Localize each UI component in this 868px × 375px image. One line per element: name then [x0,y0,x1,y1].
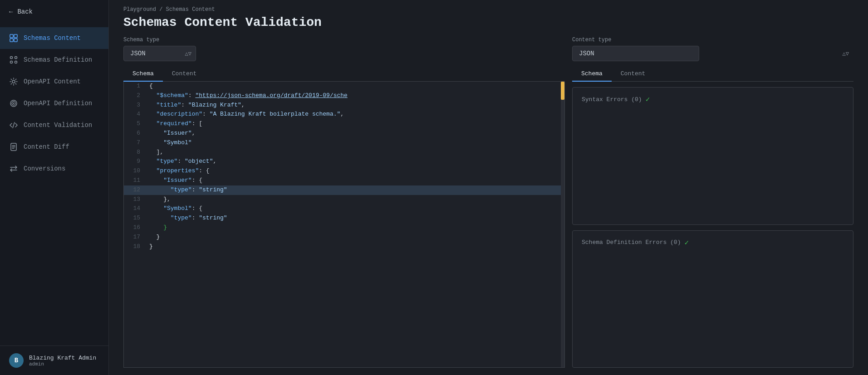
left-tabs: Schema Content [123,67,565,82]
svg-point-4 [10,57,13,59]
table-row: 2 "$schema": "https://json-schema.org/dr… [124,91,564,101]
tab-schema-left[interactable]: Schema [123,67,163,82]
schema-type-select[interactable]: JSON YAML [123,46,196,61]
table-row: 10 "properties": { [124,166,564,176]
target-icon [9,99,18,108]
schema-definition-errors-label: Schema Definition Errors (0) [582,239,681,246]
chevron-down-icon-2: △▽ [843,50,849,57]
svg-point-7 [15,61,17,63]
check-icon-syntax: ✓ [646,95,650,104]
svg-rect-1 [14,34,17,38]
sidebar-item-label: OpenAPI Definition [24,100,92,107]
content-type-select-wrapper: JSON YAML △▽ [572,46,853,61]
svg-rect-2 [10,39,13,42]
tab-content-right[interactable]: Content [612,67,655,82]
syntax-errors-panel: Syntax Errors (0) ✓ [572,87,853,225]
table-row: 13 }, [124,195,564,205]
tab-schema-right[interactable]: Schema [572,67,612,82]
right-tabs: Schema Content [572,67,853,82]
gear-icon [9,77,18,86]
svg-rect-0 [10,34,13,38]
avatar: B [9,353,24,368]
page-title: Schemas Content Validation [123,15,853,29]
table-row: 8 ], [124,148,564,157]
tab-content-left[interactable]: Content [163,67,206,82]
main-content: Playground / Schemas Content Schemas Con… [109,0,868,375]
table-row: 14 "Symbol": { [124,204,564,214]
user-profile: B Blazing Kraft Admin admin [0,346,108,375]
controls-row: Schema type JSON YAML △▽ Content type JS… [109,37,868,67]
sidebar-item-label: Content Validation [24,122,92,129]
table-row: 9 "type": "object", [124,157,564,166]
code-icon [9,121,18,130]
table-row: 3 "title": "Blazing Kraft", [124,101,564,110]
sidebar-item-label: Schemas Definition [24,56,92,63]
content-type-label: Content type [572,37,853,43]
sidebar-item-label: Conversions [24,165,65,172]
schema-definition-errors-title: Schema Definition Errors (0) ✓ [582,238,844,247]
table-row: 12 "type": "string" [124,185,564,195]
svg-rect-3 [14,39,17,42]
svg-line-12 [13,122,15,128]
scroll-indicator [561,82,564,367]
header: Playground / Schemas Content Schemas Con… [109,0,868,37]
table-row: 16 } [124,223,564,233]
table-row: 6 "Issuer", [124,129,564,138]
right-panel: Schema Content Syntax Errors (0) ✓ Schem… [572,67,853,368]
content-type-select[interactable]: JSON YAML [572,46,699,61]
code-editor[interactable]: 1 { 2 "$schema": "https://json-schema.or… [123,82,565,368]
svg-point-6 [10,61,13,63]
table-row: 17 } [124,233,564,242]
scroll-thumb [561,82,564,100]
sidebar-item-content-validation[interactable]: Content Validation [0,114,108,136]
schema-type-label: Schema type [123,37,196,43]
user-role: admin [29,361,96,367]
table-row: 7 "Symbol" [124,138,564,148]
schema-type-control: Schema type JSON YAML △▽ [123,37,196,61]
panels: Schema Content 1 { 2 [109,67,868,375]
arrows-icon [9,164,18,173]
schema-definition-errors-panel: Schema Definition Errors (0) ✓ [572,230,853,368]
table-row: 1 { [124,82,564,91]
svg-point-8 [12,80,15,83]
user-name: Blazing Kraft Admin [29,355,96,361]
schema-type-select-wrapper: JSON YAML △▽ [123,46,196,61]
sidebar-item-label: Content Diff [24,143,69,151]
sidebar-item-openapi-definition[interactable]: OpenAPI Definition [0,93,108,114]
sidebar-item-schemas-definition[interactable]: Schemas Definition [0,49,108,71]
sidebar: ← Back Schemas Content [0,0,109,375]
grid-icon [9,34,18,43]
table-row: 15 "type": "string" [124,214,564,223]
table-row: 5 "required": [ [124,119,564,129]
content-type-control: Content type JSON YAML △▽ [572,37,853,61]
breadcrumb: Playground / Schemas Content [123,6,853,13]
syntax-errors-label: Syntax Errors (0) [582,96,642,103]
sidebar-nav: Schemas Content Schemas Definition [0,24,108,346]
table-row: 4 "description": "A Blazing Kraft boiler… [124,110,564,119]
check-icon-schema: ✓ [684,238,689,247]
left-panel: Schema Content 1 { 2 [123,67,565,368]
sidebar-item-openapi-content[interactable]: OpenAPI Content [0,71,108,93]
document-icon [9,142,18,151]
svg-point-11 [13,103,15,104]
grid-small-icon [9,55,18,64]
table-row: 11 "Issuer": { [124,176,564,185]
sidebar-item-label: Schemas Content [24,34,81,42]
sidebar-item-schemas-content[interactable]: Schemas Content [0,27,108,49]
sidebar-item-conversions[interactable]: Conversions [0,158,108,180]
sidebar-item-label: OpenAPI Content [24,78,81,85]
table-row: 18 } [124,242,564,252]
syntax-errors-title: Syntax Errors (0) ✓ [582,95,844,104]
back-button[interactable]: ← Back [0,0,108,24]
user-info: Blazing Kraft Admin admin [29,355,96,367]
back-icon: ← [9,8,13,15]
back-label: Back [17,8,33,15]
sidebar-item-content-diff[interactable]: Content Diff [0,136,108,158]
code-table: 1 { 2 "$schema": "https://json-schema.or… [124,82,564,251]
svg-point-5 [15,57,17,59]
